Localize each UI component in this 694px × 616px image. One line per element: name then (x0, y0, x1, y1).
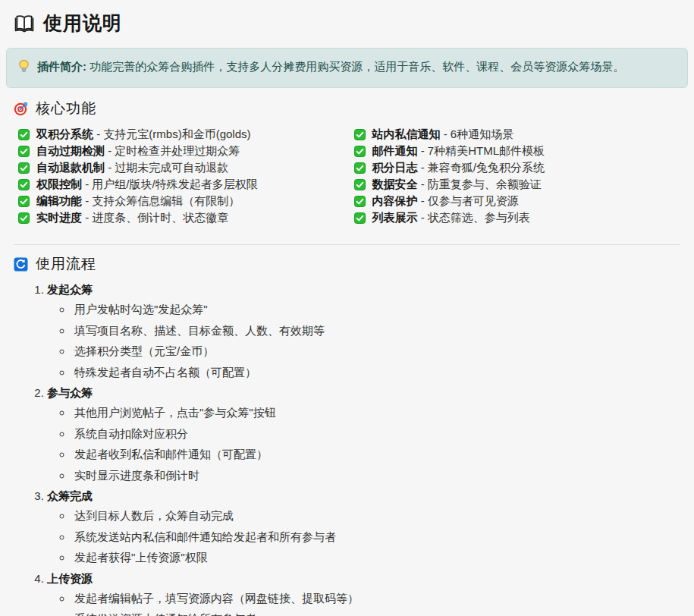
feature-text: 站内私信通知 - 6种通知场景 (372, 127, 514, 142)
check-icon (18, 179, 30, 190)
feature-item: 编辑功能 - 支持众筹信息编辑（有限制） (18, 193, 350, 209)
feature-text: 自动过期检测 - 定时检查并处理过期众筹 (36, 144, 240, 159)
flow-step: 参与众筹其他用户浏览帖子，点击"参与众筹"按钮系统自动扣除对应积分发起者收到私信… (47, 385, 688, 483)
feature-item: 内容保护 - 仅参与者可见资源 (354, 193, 686, 209)
feature-name: 站内私信通知 (372, 127, 441, 140)
flow-sub-item: 系统发送资源上传通知给所有参与者 (72, 611, 688, 616)
feature-text: 积分日志 - 兼容奇狐/兔兔积分系统 (372, 161, 545, 175)
feature-text: 权限控制 - 用户组/版块/特殊发起者多层权限 (36, 178, 258, 192)
feature-name: 实时进度 (36, 211, 82, 224)
check-icon (354, 146, 366, 157)
feature-item: 自动过期检测 - 定时检查并处理过期众筹 (18, 143, 350, 159)
flow-sub-item: 选择积分类型（元宝/金币） (72, 343, 688, 359)
flow-sub-item: 特殊发起者自动不占名额（可配置） (72, 364, 688, 380)
feature-name: 列表展示 (372, 211, 418, 224)
features-column-left: 双积分系统 - 支持元宝(rmbs)和金币(golds)自动过期检测 - 定时检… (18, 126, 350, 226)
feature-name: 积分日志 (372, 161, 418, 174)
flow-step-title: 众筹完成 (47, 489, 93, 502)
check-icon (354, 162, 366, 174)
flow-sub-list: 用户发帖时勾选"发起众筹"填写项目名称、描述、目标金额、人数、有效期等选择积分类… (47, 301, 688, 380)
check-icon (354, 129, 366, 140)
flow-sub-item: 发起者获得"上传资源"权限 (72, 549, 688, 565)
flow-sub-item: 实时显示进度条和倒计时 (72, 467, 688, 483)
feature-text: 实时进度 - 进度条、倒计时、状态徽章 (36, 211, 228, 225)
section-divider (14, 244, 680, 245)
feature-name: 内容保护 (372, 194, 418, 207)
feature-name: 自动退款机制 (36, 161, 105, 174)
feature-name: 数据安全 (372, 178, 418, 190)
flow-sub-list: 达到目标人数后，众筹自动完成系统发送站内私信和邮件通知给发起者和所有参与者发起者… (47, 508, 688, 565)
lightbulb-icon (17, 59, 30, 77)
feature-desc: - 兼容奇狐/兔兔积分系统 (421, 161, 545, 174)
feature-desc: - 防重复参与、余额验证 (421, 178, 542, 190)
flow-sub-item: 用户发帖时勾选"发起众筹" (72, 301, 688, 317)
flow-step: 众筹完成达到目标人数后，众筹自动完成系统发送站内私信和邮件通知给发起者和所有参与… (47, 488, 688, 565)
plugin-intro-text: 插件简介: 功能完善的众筹合购插件，支持多人分摊费用购买资源，适用于音乐、软件、… (37, 58, 624, 74)
features-column-right: 站内私信通知 - 6种通知场景邮件通知 - 7种精美HTML邮件模板积分日志 -… (354, 126, 686, 226)
flow-sub-item: 填写项目名称、描述、目标金额、人数、有效期等 (72, 322, 688, 338)
feature-name: 编辑功能 (36, 194, 82, 207)
feature-item: 邮件通知 - 7种精美HTML邮件模板 (354, 143, 686, 159)
feature-text: 编辑功能 - 支持众筹信息编辑（有限制） (36, 194, 240, 209)
flow-step-title: 上传资源 (47, 572, 93, 585)
page-title: 使用说明 (14, 11, 688, 36)
feature-text: 数据安全 - 防重复参与、余额验证 (372, 178, 542, 192)
feature-desc: - 过期未完成可自动退款 (108, 161, 228, 174)
feature-name: 自动过期检测 (36, 144, 105, 157)
feature-item: 实时进度 - 进度条、倒计时、状态徽章 (18, 209, 350, 226)
feature-text: 内容保护 - 仅参与者可见资源 (372, 194, 519, 209)
feature-desc: - 支持元宝(rmbs)和金币(golds) (96, 127, 250, 140)
flow-sub-item: 系统自动扣除对应积分 (72, 426, 688, 442)
feature-desc: - 6种通知场景 (444, 127, 514, 140)
flow-sub-item: 达到目标人数后，众筹自动完成 (72, 508, 688, 523)
feature-desc: - 用户组/版块/特殊发起者多层权限 (85, 178, 258, 190)
plugin-intro-callout: 插件简介: 功能完善的众筹合购插件，支持多人分摊费用购买资源，适用于音乐、软件、… (6, 48, 688, 88)
plugin-intro-body: 功能完善的众筹合购插件，支持多人分摊费用购买资源，适用于音乐、软件、课程、会员等… (89, 60, 624, 73)
core-features-heading: 核心功能 (14, 99, 688, 118)
feature-item: 权限控制 - 用户组/版块/特殊发起者多层权限 (18, 176, 350, 193)
plugin-intro-label: 插件简介: (37, 60, 86, 73)
check-icon (18, 146, 30, 157)
refresh-icon (14, 257, 28, 272)
feature-text: 自动退款机制 - 过期未完成可自动退款 (36, 161, 228, 175)
flow-sub-item: 发起者编辑帖子，填写资源内容（网盘链接、提取码等） (72, 590, 688, 606)
page-title-text: 使用说明 (43, 11, 122, 36)
feature-item: 双积分系统 - 支持元宝(rmbs)和金币(golds) (18, 126, 350, 143)
core-features-grid: 双积分系统 - 支持元宝(rmbs)和金币(golds)自动过期检测 - 定时检… (6, 126, 688, 226)
flow-sub-item: 其他用户浏览帖子，点击"参与众筹"按钮 (72, 404, 688, 420)
flow-sub-item: 发起者收到私信和邮件通知（可配置） (72, 446, 688, 462)
check-icon (18, 196, 30, 207)
flow-step: 发起众筹用户发帖时勾选"发起众筹"填写项目名称、描述、目标金额、人数、有效期等选… (47, 281, 688, 380)
feature-desc: - 7种精美HTML邮件模板 (421, 144, 545, 157)
flow-sub-list: 其他用户浏览帖子，点击"参与众筹"按钮系统自动扣除对应积分发起者收到私信和邮件通… (47, 404, 688, 483)
feature-desc: - 进度条、倒计时、状态徽章 (85, 211, 228, 224)
check-icon (354, 212, 366, 224)
feature-name: 双积分系统 (36, 127, 93, 140)
usage-flow-heading: 使用流程 (14, 254, 688, 274)
feature-item: 站内私信通知 - 6种通知场景 (354, 126, 686, 143)
feature-name: 权限控制 (36, 178, 82, 190)
check-icon (354, 179, 366, 190)
usage-flow-heading-text: 使用流程 (36, 254, 96, 274)
flow-step: 上传资源发起者编辑帖子，填写资源内容（网盘链接、提取码等）系统发送资源上传通知给… (47, 570, 688, 616)
check-icon (18, 212, 30, 224)
check-icon (18, 162, 30, 174)
book-icon (14, 14, 35, 33)
flow-step-title: 发起众筹 (47, 283, 93, 296)
feature-text: 双积分系统 - 支持元宝(rmbs)和金币(golds) (36, 127, 251, 142)
core-features-heading-text: 核心功能 (36, 99, 96, 118)
feature-desc: - 支持众筹信息编辑（有限制） (85, 194, 240, 207)
feature-desc: - 状态筛选、参与列表 (421, 211, 530, 224)
feature-text: 列表展示 - 状态筛选、参与列表 (372, 211, 530, 225)
flow-step-title: 参与众筹 (47, 386, 93, 399)
check-icon (18, 129, 30, 140)
feature-item: 自动退款机制 - 过期未完成可自动退款 (18, 159, 350, 176)
usage-instructions-page: 使用说明 插件简介: 功能完善的众筹合购插件，支持多人分摊费用购买资源，适用于音… (0, 0, 694, 616)
usage-flow-steps: 发起众筹用户发帖时勾选"发起众筹"填写项目名称、描述、目标金额、人数、有效期等选… (6, 281, 688, 616)
target-icon (14, 102, 28, 116)
feature-text: 邮件通知 - 7种精美HTML邮件模板 (372, 144, 545, 159)
flow-sub-item: 系统发送站内私信和邮件通知给发起者和所有参与者 (72, 529, 688, 545)
check-icon (354, 196, 366, 207)
feature-desc: - 仅参与者可见资源 (421, 194, 519, 207)
feature-item: 积分日志 - 兼容奇狐/兔兔积分系统 (354, 159, 686, 176)
